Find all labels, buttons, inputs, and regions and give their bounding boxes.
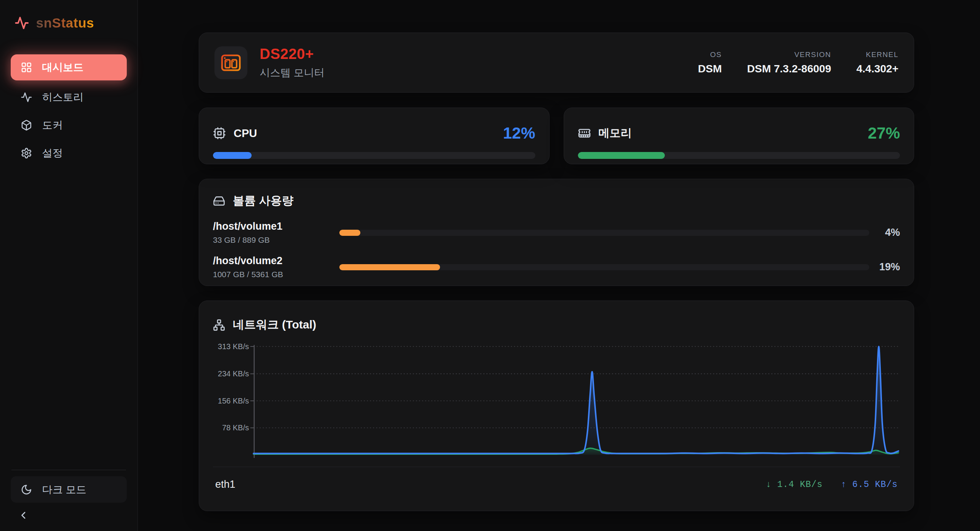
network-card: 네트워크 (Total) 78 KB/s156 KB/s234 KB/s313 … (199, 301, 914, 511)
box-icon (21, 119, 32, 131)
sidebar: snStatus 대시보드 히스토리 도커 설정 (0, 0, 138, 531)
network-card-title: 네트워크 (Total) (233, 317, 316, 333)
hard-drive-icon (213, 195, 225, 207)
network-chart: 78 KB/s156 KB/s234 KB/s313 KB/s (213, 345, 900, 460)
volume-progress-track (339, 230, 869, 236)
activity-icon (21, 91, 32, 103)
info-label: OS (698, 51, 722, 59)
sidebar-item-settings[interactable]: 설정 (11, 141, 127, 165)
gear-icon (21, 147, 32, 159)
memory-title: 메모리 (599, 126, 632, 141)
moon-icon (21, 484, 32, 495)
system-info: OS DSM VERSION DSM 7.3.2-86009 KERNEL 4.… (698, 51, 898, 75)
app-subtitle: 시스템 모니터 (260, 66, 325, 80)
app-logo: snStatus (0, 0, 137, 31)
sidebar-item-label: 도커 (42, 118, 63, 132)
nas-device-icon (214, 46, 247, 79)
chart-ytick-label: 156 KB/s (218, 396, 249, 405)
chart-ytick-label: 234 KB/s (218, 369, 249, 378)
memory-card: 메모리 27% (564, 108, 915, 164)
main-content: DS220+ 시스템 모니터 OS DSM VERSION DSM 7.3.2-… (138, 0, 980, 531)
cpu-percent: 12% (503, 124, 535, 142)
sidebar-item-history[interactable]: 히스토리 (11, 85, 127, 109)
memory-progress-fill (578, 152, 665, 159)
chart-ytick-label: 313 KB/s (218, 342, 249, 351)
app-title: snStatus (36, 15, 94, 31)
volume-detail: 33 GB / 889 GB (213, 235, 339, 245)
volume-detail: 1007 GB / 5361 GB (213, 270, 339, 279)
volume-card-title: 볼륨 사용량 (233, 193, 293, 209)
sidebar-item-label: 설정 (42, 146, 63, 160)
volume-usage-card: 볼륨 사용량 /host/volume1 33 GB / 889 GB 4% /… (199, 179, 914, 286)
dark-mode-toggle[interactable]: 다크 모드 (11, 476, 127, 503)
network-chart-svg (254, 345, 898, 460)
info-kernel: KERNEL 4.4.302+ (856, 51, 898, 75)
info-label: KERNEL (856, 51, 898, 59)
volume-percent: 19% (869, 261, 900, 273)
volume-path: /host/volume2 (213, 255, 339, 267)
info-version: VERSION DSM 7.3.2-86009 (747, 51, 831, 75)
sidebar-item-dashboard[interactable]: 대시보드 (11, 54, 127, 80)
network-icon (213, 319, 225, 331)
device-model: DS220+ (260, 46, 325, 62)
sidebar-divider (11, 470, 126, 470)
download-rate-badge: ↓ 1.4 KB/s (766, 480, 823, 490)
dark-mode-label: 다크 모드 (42, 483, 87, 497)
info-value: DSM (698, 63, 722, 75)
cpu-title: CPU (234, 127, 257, 140)
volume-percent: 4% (869, 227, 900, 239)
volume-row: /host/volume1 33 GB / 889 GB 4% (213, 221, 900, 245)
memory-icon (578, 127, 591, 140)
cpu-progress-fill (213, 152, 252, 159)
system-header-card: DS220+ 시스템 모니터 OS DSM VERSION DSM 7.3.2-… (199, 33, 914, 93)
stats-row: CPU 12% 메모리 27% (199, 108, 914, 164)
info-value: 4.4.302+ (856, 63, 898, 75)
info-value: DSM 7.3.2-86009 (747, 63, 831, 75)
info-os: OS DSM (698, 51, 722, 75)
chart-ylabels: 78 KB/s156 KB/s234 KB/s313 KB/s (213, 345, 254, 460)
sidebar-item-label: 대시보드 (42, 60, 83, 74)
upload-rate-badge: ↑ 6.5 KB/s (841, 480, 898, 490)
chart-plot-area (254, 345, 898, 460)
interface-name: eth1 (215, 479, 236, 490)
sidebar-nav: 대시보드 히스토리 도커 설정 (0, 54, 137, 169)
cpu-card: CPU 12% (199, 108, 550, 164)
sidebar-item-label: 히스토리 (42, 90, 83, 104)
volume-row: /host/volume2 1007 GB / 5361 GB 19% (213, 255, 900, 279)
cpu-progress-track (213, 152, 535, 159)
cpu-icon (213, 127, 226, 140)
chevron-left-icon (18, 510, 31, 521)
volume-path: /host/volume1 (213, 221, 339, 232)
volume-progress-fill (339, 230, 360, 236)
info-label: VERSION (747, 51, 831, 59)
pulse-logo-icon (15, 16, 29, 30)
volume-progress-track (339, 264, 869, 270)
dashboard-grid-icon (21, 62, 32, 73)
network-footer: eth1 ↓ 1.4 KB/s ↑ 6.5 KB/s (213, 467, 900, 490)
memory-progress-track (578, 152, 900, 159)
sidebar-item-docker[interactable]: 도커 (11, 113, 127, 137)
volume-progress-fill (339, 264, 440, 270)
sidebar-collapse-button[interactable] (18, 510, 31, 521)
memory-percent: 27% (868, 124, 900, 142)
chart-ytick-label: 78 KB/s (222, 423, 249, 432)
